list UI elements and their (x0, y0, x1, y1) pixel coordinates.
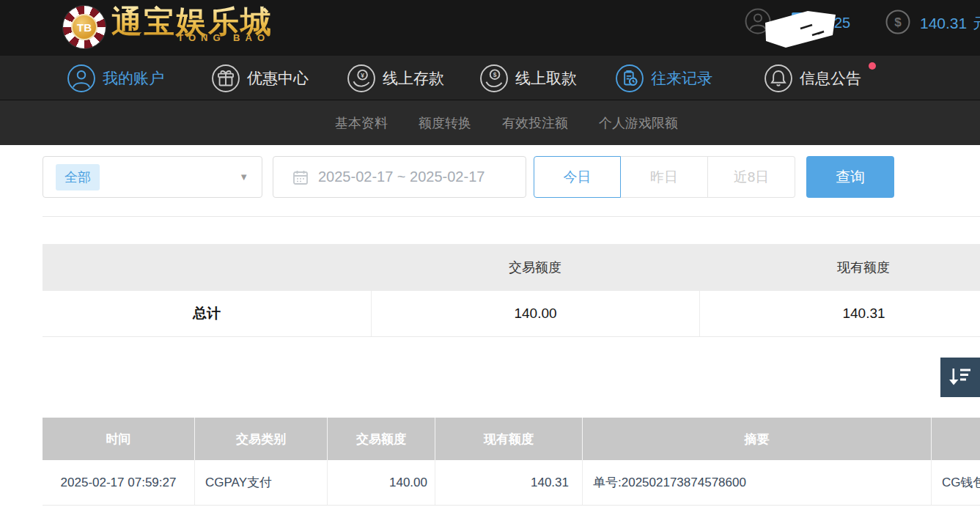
summary-total-row: 总计 140.00 140.31 (43, 291, 980, 337)
main-nav: 我的账户 优惠中心 ¥ 线上存款 (0, 56, 980, 100)
balance[interactable]: $ 140.31 元 (885, 10, 980, 37)
sort-button[interactable] (940, 358, 980, 397)
records-icon (616, 64, 644, 92)
tx-cell-summary: 单号:202502173874578600 (583, 460, 932, 505)
query-button[interactable]: 查询 (806, 156, 894, 198)
nav-item-my-account[interactable]: 我的账户 (67, 56, 164, 100)
user-account[interactable]: 25 (745, 8, 850, 37)
top-header: TB 通宝娱乐城 TONG BAO 25 (0, 0, 980, 56)
balance-amount: 140.31 (920, 15, 967, 32)
brand-name-en: TONG BAO (177, 32, 273, 43)
nav-item-withdraw[interactable]: $ 线上取款 (480, 56, 577, 100)
summary-table-header: 交易额度 现有额度 (43, 244, 980, 291)
type-select-value: 全部 (56, 164, 100, 190)
date-range-input[interactable]: 2025-02-17 ~ 2025-02-17 (273, 156, 526, 198)
balance-currency: 元 (973, 14, 980, 34)
nav-label: 线上取款 (515, 68, 577, 89)
nav-label: 往来记录 (651, 68, 712, 89)
table-row: 2025-02-17 07:59:27 CGPAY支付 140.00 140.3… (43, 460, 980, 506)
tx-cell-time: 2025-02-17 07:59:27 (43, 460, 195, 505)
summary-total-label: 总计 (43, 304, 371, 323)
brand-chip-icon: TB (63, 6, 106, 48)
nav-item-records[interactable]: 往来记录 (616, 56, 712, 100)
user-icon (67, 64, 95, 92)
transactions-table-header: 时间 交易类别 交易额度 现有额度 摘要 备注 (43, 418, 980, 460)
transactions-table: 时间 交易类别 交易额度 现有额度 摘要 备注 2025-02-17 07:59… (43, 418, 980, 506)
chevron-down-icon: ▼ (239, 171, 248, 182)
date-range-value: 2025-02-17 ~ 2025-02-17 (318, 169, 485, 185)
tx-cell-balance: 140.31 (435, 460, 583, 505)
summary-col-current-balance: 现有额度 (699, 259, 980, 276)
tx-col-balance: 现有额度 (435, 418, 583, 460)
subnav-basic-info[interactable]: 基本资料 (335, 114, 388, 132)
subnav-credit-transfer[interactable]: 额度转换 (419, 114, 471, 132)
svg-text:$: $ (894, 15, 902, 29)
svg-text:¥: ¥ (361, 71, 364, 78)
yesterday-button[interactable]: 昨日 (621, 156, 708, 198)
tx-col-summary: 摘要 (583, 418, 932, 460)
gift-icon (212, 64, 240, 92)
nav-label: 线上存款 (383, 68, 444, 89)
today-button[interactable]: 今日 (534, 156, 621, 198)
quick-date-buttons: 今日 昨日 近8日 (534, 156, 795, 198)
subnav-game-limits[interactable]: 个人游戏限额 (599, 114, 678, 132)
divider (43, 216, 980, 217)
type-select[interactable]: 全部 ▼ (43, 156, 262, 198)
subnav-valid-bets[interactable]: 有效投注额 (502, 114, 568, 132)
nav-item-announcements[interactable]: 信息公告 (765, 56, 861, 100)
bell-icon (765, 64, 792, 92)
nav-item-promotions[interactable]: 优惠中心 (212, 56, 309, 100)
user-icon (745, 8, 771, 37)
summary-total-transaction-amount: 140.00 (371, 291, 699, 336)
withdraw-icon: $ (480, 64, 508, 92)
nav-label: 优惠中心 (247, 68, 309, 89)
nav-label: 我的账户 (103, 68, 164, 89)
summary-table: 交易额度 现有额度 总计 140.00 140.31 (43, 244, 980, 337)
deposit-icon: ¥ (347, 64, 375, 92)
tx-col-remark: 备注 (932, 418, 980, 460)
page: TB 通宝娱乐城 TONG BAO 25 (0, 0, 980, 518)
nav-item-deposit[interactable]: ¥ 线上存款 (347, 56, 444, 100)
summary-col-transaction-amount: 交易额度 (371, 259, 699, 276)
brand-logo[interactable]: TB 通宝娱乐城 TONG BAO (63, 1, 273, 48)
username-visible: 25 (834, 15, 850, 32)
tx-col-time: 时间 (43, 418, 195, 460)
last8days-button[interactable]: 近8日 (708, 156, 795, 198)
brand-chip-label: TB (71, 14, 97, 40)
dollar-icon: $ (885, 10, 910, 37)
calendar-icon (292, 169, 309, 185)
svg-text:$: $ (493, 71, 497, 78)
sub-nav: 基本资料 额度转换 有效投注额 个人游戏限额 (0, 100, 980, 145)
sort-descending-icon (948, 367, 972, 388)
nav-label: 信息公告 (800, 68, 861, 89)
tx-col-type: 交易类别 (195, 418, 328, 460)
tx-col-amount: 交易额度 (328, 418, 435, 460)
redacted-text-sliver (792, 12, 808, 16)
redaction-scribble (764, 11, 839, 49)
tx-cell-type: CGPAY支付 (195, 460, 328, 505)
tx-cell-amount: 140.00 (328, 460, 435, 505)
summary-total-current-balance: 140.31 (699, 291, 980, 336)
tx-cell-remark: CG钱包 (932, 460, 980, 505)
notification-badge (869, 62, 876, 70)
